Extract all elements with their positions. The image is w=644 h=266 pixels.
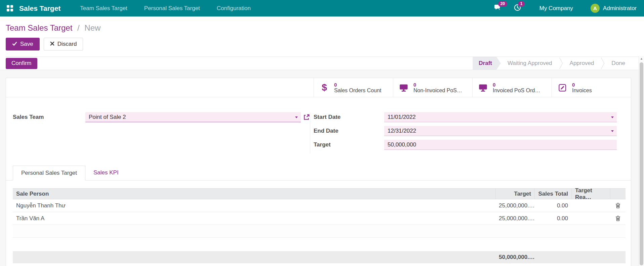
discard-label: Discard xyxy=(57,41,77,47)
stage-separator-icon xyxy=(559,57,563,70)
breadcrumb: Team Sales Target / New xyxy=(6,23,644,33)
start-date-label: Start Date xyxy=(314,114,384,121)
cell-sales-total[interactable]: 0.00 xyxy=(534,215,571,222)
end-date-label: End Date xyxy=(314,128,384,134)
statusbar: Draft Waiting Approved Approved Done xyxy=(473,57,632,70)
column-header-target[interactable]: Target xyxy=(495,189,534,199)
column-header-sales-total[interactable]: Sales Total xyxy=(534,189,571,199)
dollar-icon: $ xyxy=(319,83,330,92)
stat-value: 0 xyxy=(334,82,381,88)
stat-button-invoiced-pos[interactable]: 0 Invoiced PoS Ord… xyxy=(472,78,552,97)
vertical-scrollbar[interactable]: ▲ xyxy=(639,56,644,266)
form-view: $ 0 Sales Orders Count 0 Non-Invoiced Po… xyxy=(0,70,644,266)
empty-row[interactable] xyxy=(13,225,626,238)
navbar-right: 20 1 My Company A Administrator xyxy=(494,4,637,13)
control-panel: Team Sales Target / New Save Discard xyxy=(0,16,644,57)
table-row[interactable]: Nguyễn Thanh Thư 25,000,000.… 0.00 xyxy=(13,199,626,212)
tab-personal-sales-target[interactable]: Personal Sales Target xyxy=(13,166,85,180)
stat-value: 0 xyxy=(493,82,540,88)
start-date-value: 11/01/2022 xyxy=(388,114,416,121)
external-link-icon[interactable] xyxy=(303,114,310,121)
column-header-sale-person[interactable]: Sale Person xyxy=(13,191,495,197)
user-menu[interactable]: A Administrator xyxy=(591,4,637,13)
stat-label: Invoices xyxy=(572,88,592,94)
stat-label: Sales Orders Count xyxy=(334,88,381,94)
chevron-down-icon[interactable] xyxy=(611,130,614,132)
end-date-value: 12/31/2022 xyxy=(388,128,416,134)
cell-sale-person[interactable]: Nguyễn Thanh Thư xyxy=(13,202,495,209)
monitor-icon xyxy=(478,83,488,92)
target-value: 50,000,000 xyxy=(388,141,416,148)
chevron-down-icon[interactable] xyxy=(611,117,614,118)
start-date-input[interactable]: 11/01/2022 xyxy=(384,112,617,122)
confirm-button[interactable]: Confirm xyxy=(6,58,37,69)
table-body: Nguyễn Thanh Thư 25,000,000.… 0.00 Trần … xyxy=(13,199,626,238)
stat-button-non-invoiced-pos[interactable]: 0 Non-Invoiced PoS… xyxy=(393,78,472,97)
target-input[interactable]: 50,000,000 xyxy=(384,140,617,150)
activities-badge: 1 xyxy=(518,1,525,7)
cell-sale-person[interactable]: Trần Văn A xyxy=(13,215,495,222)
cell-sales-total[interactable]: 0.00 xyxy=(534,202,571,209)
stage-draft[interactable]: Draft xyxy=(473,57,501,70)
chevron-down-icon[interactable] xyxy=(295,117,298,118)
column-header-target-reached[interactable]: Target Rea… xyxy=(571,189,610,199)
scroll-up-icon[interactable]: ▲ xyxy=(639,56,644,61)
company-switcher[interactable]: My Company xyxy=(539,5,573,12)
notebook-tabs: Personal Sales Target Sales KPI xyxy=(6,166,631,180)
target-label: Target xyxy=(314,141,384,148)
edit-icon xyxy=(557,83,568,92)
table-header-row: Sale Person Target Sales Total Target Re… xyxy=(13,188,626,199)
stat-value: 0 xyxy=(413,82,462,88)
form-fields: Sales Team Point of Sale 2 Start Date 11… xyxy=(6,97,631,154)
cell-target[interactable]: 25,000,000.… xyxy=(495,215,534,222)
nav-item-team-sales-target[interactable]: Team Sales Target xyxy=(80,5,127,12)
avatar: A xyxy=(591,4,600,13)
check-icon xyxy=(12,41,17,47)
breadcrumb-separator: / xyxy=(77,23,80,32)
delete-row-button[interactable] xyxy=(610,215,626,221)
x-icon xyxy=(50,41,54,47)
sales-team-value: Point of Sale 2 xyxy=(89,114,126,121)
stat-button-row: $ 0 Sales Orders Count 0 Non-Invoiced Po… xyxy=(6,78,631,97)
stage-approved[interactable]: Approved xyxy=(563,57,601,70)
top-navbar: Sales Target Team Sales Target Personal … xyxy=(0,0,644,16)
stat-label: Non-Invoiced PoS… xyxy=(413,88,462,94)
discard-button[interactable]: Discard xyxy=(44,38,83,51)
breadcrumb-parent[interactable]: Team Sales Target xyxy=(6,23,72,32)
table-row[interactable]: Trần Văn A 25,000,000.… 0.00 xyxy=(13,212,626,225)
personal-sales-target-table: Sale Person Target Sales Total Target Re… xyxy=(13,188,626,263)
table-total-row: 50,000,000.… xyxy=(13,251,626,263)
total-target-value: 50,000,000.… xyxy=(495,254,534,261)
cell-target[interactable]: 25,000,000.… xyxy=(495,202,534,209)
sales-team-label: Sales Team xyxy=(13,114,85,121)
stage-separator-icon xyxy=(601,57,605,70)
stat-label: Invoiced PoS Ord… xyxy=(493,88,540,94)
scrollbar-thumb[interactable] xyxy=(640,62,643,265)
stage-done[interactable]: Done xyxy=(605,57,632,70)
breadcrumb-current: New xyxy=(84,23,100,32)
nav-item-configuration[interactable]: Configuration xyxy=(217,5,251,12)
save-label: Save xyxy=(20,41,33,47)
table-footer-spacer xyxy=(13,238,626,251)
sales-team-input[interactable]: Point of Sale 2 xyxy=(85,112,301,122)
app-name[interactable]: Sales Target xyxy=(19,4,61,12)
save-button[interactable]: Save xyxy=(6,38,40,51)
activities-button[interactable]: 1 xyxy=(514,4,521,13)
end-date-input[interactable]: 12/31/2022 xyxy=(384,126,617,136)
record-actions: Save Discard xyxy=(6,38,644,51)
tab-sales-kpi[interactable]: Sales KPI xyxy=(85,166,127,180)
stage-waiting-approved[interactable]: Waiting Approved xyxy=(501,57,559,70)
status-row: Confirm Draft Waiting Approved Approved … xyxy=(0,57,644,70)
column-header-actions xyxy=(610,189,626,199)
stat-value: 0 xyxy=(572,82,592,88)
delete-row-button[interactable] xyxy=(610,203,626,208)
user-name: Administrator xyxy=(603,5,637,12)
messages-badge: 20 xyxy=(498,1,507,7)
form-sheet: $ 0 Sales Orders Count 0 Non-Invoiced Po… xyxy=(6,78,631,266)
apps-grid-icon[interactable] xyxy=(7,5,13,11)
messages-button[interactable]: 20 xyxy=(494,4,501,13)
monitor-icon xyxy=(398,83,409,92)
stat-button-sales-orders[interactable]: $ 0 Sales Orders Count xyxy=(314,78,393,97)
nav-item-personal-sales-target[interactable]: Personal Sales Target xyxy=(144,5,200,12)
stat-button-invoices[interactable]: 0 Invoices xyxy=(552,78,631,97)
